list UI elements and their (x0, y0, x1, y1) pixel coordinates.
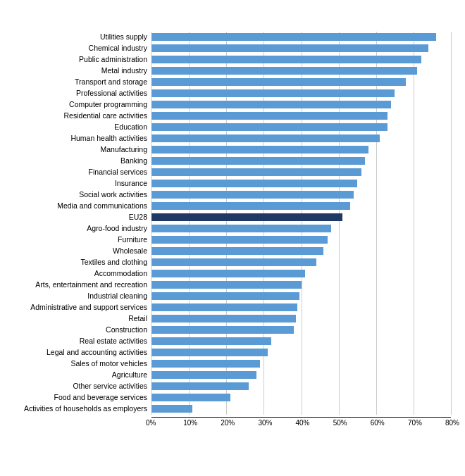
bar-label: Computer programming (14, 100, 151, 108)
bar-row: Real estate activities (14, 336, 451, 346)
bar-label: Food and beverage services (14, 393, 151, 401)
bar-row: Sales of motor vehicles (14, 358, 451, 368)
x-axis-label: 30% (258, 419, 272, 427)
bar-fill (151, 247, 323, 255)
bar-row: Insurance (14, 178, 451, 188)
bar-fill (151, 225, 331, 232)
bar-track (151, 358, 451, 368)
bar-fill (151, 360, 260, 368)
bar-row: Arts, entertainment and recreation (14, 280, 451, 289)
bar-row: Chemical industry (14, 43, 451, 53)
bar-fill (151, 101, 391, 108)
bar-fill (151, 236, 328, 244)
bar-fill (151, 134, 380, 142)
bar-track (151, 88, 451, 98)
bar-track (151, 268, 451, 278)
bar-row: EU28 (14, 212, 451, 222)
bar-row: Banking (14, 156, 451, 165)
bar-label: Residential care activities (14, 111, 151, 120)
bar-track (151, 280, 451, 289)
bar-row: Professional activities (14, 88, 451, 98)
bar-row: Education (14, 122, 451, 132)
bar-track (151, 403, 451, 413)
x-axis-label: 10% (183, 419, 197, 427)
bar-row: Residential care activities (14, 111, 451, 120)
bar-row: Other service activities (14, 381, 451, 391)
bar-row: Human health activities (14, 133, 451, 143)
bar-row: Transport and storage (14, 77, 451, 87)
bar-label: Financial services (14, 168, 151, 176)
bar-label: Activities of households as employers (14, 404, 151, 413)
bar-fill (151, 112, 388, 120)
bar-row: Activities of households as employers (14, 403, 451, 413)
bar-label: Utilities supply (14, 32, 151, 41)
bar-fill (151, 56, 421, 63)
bar-row: Metal industry (14, 65, 451, 75)
bar-track (151, 133, 451, 143)
bar-fill (151, 405, 192, 413)
bar-label: Real estate activities (14, 337, 151, 345)
bar-label: Agro-food industry (14, 224, 151, 232)
eu28-bar (151, 213, 342, 221)
bar-row: Agriculture (14, 370, 451, 380)
bar-fill (151, 292, 299, 300)
bar-label: Textiles and clothing (14, 258, 151, 266)
bar-label: Social work activities (14, 190, 151, 199)
bar-row: Construction (14, 325, 451, 334)
bar-row: Retail (14, 313, 451, 323)
chart-body: Utilities supplyChemical industryPublic … (14, 32, 451, 430)
bar-fill (151, 157, 365, 165)
bar-track (151, 370, 451, 380)
bar-label: Chemical industry (14, 44, 151, 52)
bar-track (151, 313, 451, 323)
bar-track (151, 302, 451, 312)
bar-track (151, 189, 451, 199)
bar-label: Sales of motor vehicles (14, 359, 151, 368)
bar-row: Agro-food industry (14, 223, 451, 233)
bar-label: Manufacturing (14, 145, 151, 154)
bar-row: Accommodation (14, 268, 451, 278)
bar-track (151, 223, 451, 233)
bar-track (151, 43, 451, 53)
bar-track (151, 336, 451, 346)
bar-fill (151, 349, 268, 356)
bar-row: Legal and accounting activities (14, 347, 451, 357)
bar-fill (151, 168, 361, 176)
bar-label: Retail (14, 314, 151, 322)
bar-label: EU28 (14, 213, 151, 221)
bar-track (151, 325, 451, 334)
bar-fill (151, 326, 294, 334)
bar-row: Manufacturing (14, 144, 451, 154)
bar-fill (151, 382, 249, 390)
bar-label: Banking (14, 156, 151, 165)
bar-fill (151, 33, 436, 41)
bar-label: Agriculture (14, 370, 151, 379)
bar-track (151, 156, 451, 165)
bar-label: Arts, entertainment and recreation (14, 280, 151, 289)
bar-label: Transport and storage (14, 77, 151, 86)
bar-track (151, 122, 451, 132)
bar-track (151, 212, 451, 222)
bar-track (151, 347, 451, 357)
bar-fill (151, 394, 230, 401)
bar-row: Wholesale (14, 246, 451, 256)
x-axis-label: 80% (445, 419, 459, 427)
chart-container: Utilities supplyChemical industryPublic … (7, 25, 458, 451)
bar-row: Textiles and clothing (14, 257, 451, 267)
bar-track (151, 54, 451, 64)
bar-track (151, 291, 451, 301)
bar-track (151, 167, 451, 177)
bar-label: Insurance (14, 179, 151, 187)
bar-label: Media and communications (14, 201, 151, 210)
bar-row: Public administration (14, 54, 451, 64)
bar-fill (151, 180, 357, 187)
bar-label: Accommodation (14, 269, 151, 277)
bar-fill (151, 123, 388, 131)
bar-fill (151, 337, 271, 345)
bar-track (151, 111, 451, 120)
bar-track (151, 201, 451, 211)
x-axis-label: 70% (408, 419, 422, 427)
bar-track (151, 178, 451, 188)
bar-track (151, 99, 451, 109)
bar-fill (151, 270, 305, 277)
